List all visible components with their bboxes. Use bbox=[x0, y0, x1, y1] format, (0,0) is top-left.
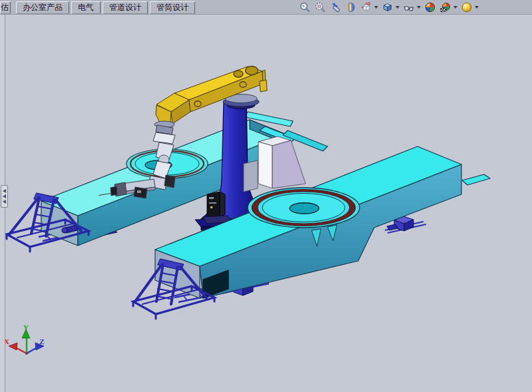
panel-expander-button[interactable] bbox=[1, 185, 8, 208]
view-settings-dropdown-icon[interactable] bbox=[475, 6, 479, 9]
tab-partial[interactable]: 估 bbox=[0, 1, 11, 14]
apply-scene-icon[interactable] bbox=[439, 1, 451, 13]
hide-show-items-icon[interactable] bbox=[402, 1, 415, 13]
orientation-triad: X Y Z bbox=[4, 323, 45, 355]
tab-piping-design[interactable]: 管道设计 bbox=[103, 1, 148, 14]
collapse-left-icon bbox=[3, 194, 6, 198]
tab-electrical[interactable]: 电气 bbox=[71, 1, 101, 14]
collapse-left-icon bbox=[3, 189, 6, 193]
zoom-to-fit-icon[interactable] bbox=[298, 1, 311, 13]
previous-view-icon[interactable] bbox=[329, 1, 342, 13]
view-settings-icon[interactable] bbox=[460, 1, 473, 13]
section-view-icon[interactable] bbox=[344, 1, 357, 13]
collapse-left-icon bbox=[3, 200, 6, 204]
view-heads-up-toolbar bbox=[298, 1, 532, 13]
boom-right-tab bbox=[260, 80, 267, 92]
x-axis-arrow bbox=[9, 343, 17, 350]
tab-office-products[interactable]: 办公室产品 bbox=[16, 1, 69, 14]
view-orientation-icon[interactable] bbox=[360, 1, 372, 13]
display-style-icon[interactable] bbox=[381, 1, 394, 13]
z-axis-label: Z bbox=[39, 337, 44, 345]
y-axis-label: Y bbox=[23, 323, 29, 331]
view-orientation-dropdown-icon[interactable] bbox=[374, 6, 378, 9]
graphics-area[interactable]: X Y Z bbox=[0, 0, 532, 392]
apply-scene-dropdown-icon[interactable] bbox=[453, 6, 457, 9]
tab-tubing-design[interactable]: 管筒设计 bbox=[150, 1, 195, 14]
hide-show-items-dropdown-icon[interactable] bbox=[417, 6, 421, 9]
zoom-to-area-icon[interactable] bbox=[314, 1, 326, 13]
edit-appearance-icon[interactable] bbox=[423, 1, 436, 13]
cad-application-window: X Y Z 估 办公室产品 电气 管道设计 管筒设计 bbox=[0, 0, 532, 392]
command-manager-toolbar: 估 办公室产品 电气 管道设计 管筒设计 bbox=[0, 0, 532, 15]
command-tabs: 估 办公室产品 电气 管道设计 管筒设计 bbox=[0, 0, 195, 14]
display-style-dropdown-icon[interactable] bbox=[396, 6, 399, 9]
